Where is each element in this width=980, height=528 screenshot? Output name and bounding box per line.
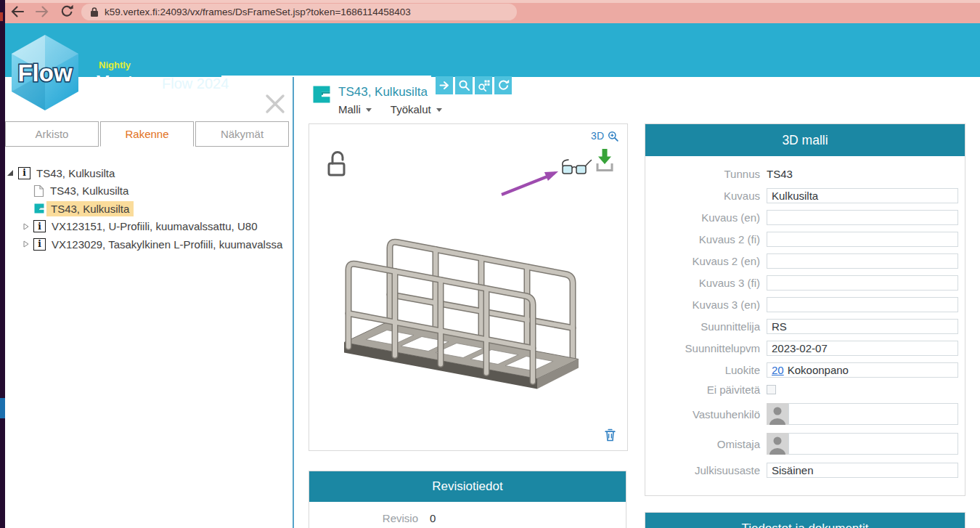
ei-paiviteta-checkbox[interactable] bbox=[767, 385, 776, 394]
tab-rakenne[interactable]: Rakenne bbox=[100, 121, 194, 147]
info-box-icon: i bbox=[33, 220, 46, 232]
flow-logo[interactable]: Flow bbox=[4, 32, 86, 113]
kuvaus-input[interactable] bbox=[767, 188, 958, 203]
browser-top-strip bbox=[0, 0, 980, 3]
delete-preview-icon[interactable] bbox=[605, 429, 616, 442]
menu-malli[interactable]: Malli bbox=[338, 103, 372, 115]
omistaja-input[interactable] bbox=[788, 433, 958, 455]
field-label: Kuvaus 2 (fi) bbox=[651, 233, 760, 245]
menu-tyokalut[interactable]: Työkalut bbox=[391, 103, 442, 115]
structure-tree: i TS43, Kulkusilta TS43, Kulkusilta TS43… bbox=[5, 164, 293, 253]
field-suunnittelija: Suunnittelija bbox=[651, 319, 965, 334]
field-label: Kuvaus 3 (fi) bbox=[651, 277, 760, 289]
annotation-arrow bbox=[494, 164, 567, 200]
details-form: Tunnus TS43 Kuvaus Kuvaus (en) Kuvaus 2 … bbox=[645, 156, 965, 478]
revision-panel-header: Revisiotiedot bbox=[309, 471, 626, 502]
field-omistaja: Omistaja bbox=[651, 433, 965, 455]
refresh-icon[interactable] bbox=[60, 4, 74, 19]
history-refresh-button[interactable] bbox=[494, 76, 512, 94]
ssl-lock-icon bbox=[90, 7, 99, 17]
field-label: Julkisuusaste bbox=[651, 464, 760, 476]
flow-logo-text: Flow bbox=[17, 60, 72, 86]
open-3d-viewer[interactable]: 3D bbox=[591, 130, 618, 142]
address-bar[interactable]: k59.vertex.fi:24093/vx/frames/DsFrameSet… bbox=[81, 4, 517, 20]
details-panel: 3D malli Tunnus TS43 Kuvaus Kuvaus (en) … bbox=[645, 123, 965, 496]
go-arrow-button[interactable] bbox=[436, 76, 453, 94]
files-panel: Tiedostot ja dokumentit bbox=[645, 512, 965, 528]
revision-panel: Revisiotiedot Revisio 0 bbox=[309, 471, 626, 528]
tree-item-root[interactable]: i TS43, Kulkusilta bbox=[5, 164, 293, 182]
model-c-icon bbox=[33, 203, 45, 214]
field-label: Suunnittelupvm bbox=[651, 342, 760, 354]
vastuuhenkilo-input[interactable] bbox=[788, 403, 958, 425]
caret-collapsed-icon[interactable] bbox=[23, 223, 29, 230]
advanced-search-button[interactable] bbox=[475, 76, 492, 94]
search-button[interactable] bbox=[455, 76, 473, 94]
model-preview-panel: 3D bbox=[309, 123, 628, 451]
field-vastuuhenkilo: Vastuuhenkilö bbox=[651, 403, 965, 425]
tree-item-label: TS43, Kulkusilta bbox=[50, 184, 128, 197]
info-box-icon: i bbox=[18, 167, 30, 179]
luokite-field[interactable]: 20 Kokoonpano bbox=[767, 362, 958, 378]
field-ei-paiviteta: Ei päivitetä bbox=[651, 384, 965, 394]
kuvaus3-fi-input[interactable] bbox=[767, 275, 958, 291]
tree-item-vx123029[interactable]: i VX123029, Tasakylkinen L-Profiili, kuu… bbox=[5, 235, 293, 253]
tab-arkisto[interactable]: Arkisto bbox=[5, 121, 99, 147]
page-title: TS43, Kulkusilta bbox=[338, 85, 428, 99]
screen-edge-red bbox=[0, 12, 3, 21]
suunnittelupvm-input[interactable] bbox=[767, 341, 958, 356]
revisio-label: Revisio bbox=[309, 512, 418, 524]
field-kuvaus3-en: Kuvaus 3 (en) bbox=[651, 297, 965, 312]
forward-icon[interactable] bbox=[35, 4, 49, 19]
tree-item-model-selected[interactable]: TS43, Kulkusilta bbox=[5, 200, 293, 218]
kuvaus2-en-input[interactable] bbox=[767, 253, 958, 269]
close-icon[interactable] bbox=[263, 92, 287, 116]
download-icon[interactable] bbox=[595, 148, 614, 173]
field-label: Ei päivitetä bbox=[651, 383, 760, 396]
model-c-icon-large bbox=[311, 84, 332, 105]
field-luokite: Luokite 20 Kokoonpano bbox=[651, 362, 965, 378]
field-label: Vastuuhenkilö bbox=[651, 408, 760, 421]
tab-nakymat[interactable]: Näkymät bbox=[195, 121, 289, 147]
magnifier-plus-icon bbox=[608, 131, 618, 142]
field-label: Luokite bbox=[651, 364, 760, 376]
luokite-value: Kokoonpano bbox=[788, 364, 849, 376]
menu-bar: Malli Työkalut bbox=[338, 103, 442, 115]
field-kuvaus3-fi: Kuvaus 3 (fi) bbox=[651, 275, 965, 291]
tree-item-vx123151[interactable]: i VX123151, U-Profiili, kuumavalssattu, … bbox=[5, 218, 293, 236]
revisio-row: Revisio 0 bbox=[309, 512, 626, 524]
tree-item-label: VX123151, U-Profiili, kuumavalssattu, U8… bbox=[52, 220, 257, 232]
unlocked-icon[interactable] bbox=[325, 147, 348, 178]
person-avatar-icon bbox=[767, 403, 788, 425]
field-kuvaus2-fi: Kuvaus 2 (fi) bbox=[651, 232, 965, 247]
zoom-3d-label: 3D bbox=[591, 130, 604, 142]
tree-item-drawing[interactable]: TS43, Kulkusilta bbox=[5, 182, 293, 200]
field-suunnittelupvm: Suunnittelupvm bbox=[651, 341, 965, 356]
suunnittelija-input[interactable] bbox=[767, 319, 958, 334]
field-label: Kuvaus bbox=[651, 190, 760, 202]
chevron-down-icon bbox=[436, 108, 442, 112]
julkisuusaste-input[interactable] bbox=[767, 463, 958, 478]
kuvaus3-en-input[interactable] bbox=[767, 297, 958, 312]
details-panel-header: 3D malli bbox=[645, 124, 965, 156]
caret-expanded-icon[interactable] bbox=[7, 169, 14, 176]
field-label: Kuvaus 2 (en) bbox=[651, 255, 760, 267]
info-box-icon: i bbox=[33, 238, 46, 251]
field-label: Tunnus bbox=[651, 168, 760, 180]
field-label: Suunnittelija bbox=[651, 320, 760, 333]
nightly-badge: Nightly bbox=[99, 60, 131, 70]
back-icon[interactable] bbox=[10, 4, 25, 19]
kuvaus-en-input[interactable] bbox=[767, 210, 958, 225]
luokite-code-link[interactable]: 20 bbox=[772, 364, 784, 376]
field-label: Kuvaus (en) bbox=[651, 211, 760, 224]
field-tunnus: Tunnus TS43 bbox=[651, 166, 965, 182]
caret-collapsed-icon[interactable] bbox=[23, 240, 29, 248]
screen-edge-blue bbox=[0, 398, 5, 418]
kuvaus2-fi-input[interactable] bbox=[767, 232, 958, 247]
field-kuvaus-en: Kuvaus (en) bbox=[651, 210, 965, 225]
glasses-view-icon[interactable] bbox=[559, 158, 592, 176]
brand-line: Vertex Flow 2024 bbox=[97, 71, 229, 94]
model-3d-render bbox=[315, 213, 623, 423]
product-name: Flow 2024 bbox=[162, 76, 229, 92]
sidebar-tabs: Arkisto Rakenne Näkymät bbox=[5, 121, 290, 147]
